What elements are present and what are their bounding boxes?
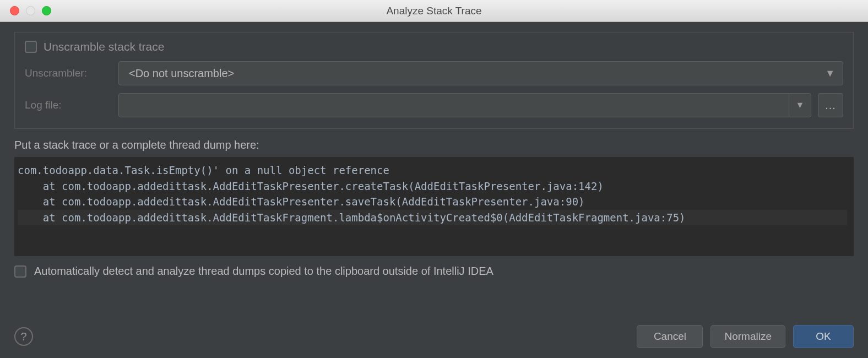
stack-trace-line: at com.todoapp.addedittask.AddEditTaskPr… — [18, 196, 585, 208]
stack-trace-line: at com.todoapp.addedittask.AddEditTaskPr… — [18, 180, 604, 192]
dialog-buttons: Cancel Normalize OK — [637, 325, 854, 348]
minimize-window-button[interactable] — [26, 6, 35, 15]
unscrambler-dropdown[interactable]: <Do not unscramble> ▼ — [118, 61, 843, 85]
auto-detect-checkbox[interactable] — [14, 265, 26, 278]
chevron-down-icon: ▼ — [796, 100, 805, 110]
stack-trace-line: at com.todoapp.addedittask.AddEditTaskFr… — [18, 210, 847, 226]
dialog-footer: ? Cancel Normalize OK — [14, 314, 854, 348]
logfile-field[interactable]: ▼ — [118, 93, 811, 117]
cancel-button[interactable]: Cancel — [637, 325, 703, 348]
ellipsis-icon: ... — [825, 99, 836, 112]
stack-trace-instruction: Put a stack trace or a complete thread d… — [14, 139, 854, 151]
titlebar: Analyze Stack Trace — [0, 0, 868, 22]
auto-detect-label: Automatically detect and analyze thread … — [34, 265, 493, 278]
logfile-history-button[interactable]: ▼ — [789, 94, 811, 117]
traffic-lights — [10, 6, 51, 15]
logfile-input[interactable] — [119, 94, 789, 117]
stack-trace-line: com.todoapp.data.Task.isEmpty()' on a nu… — [18, 164, 389, 176]
zoom-window-button[interactable] — [42, 6, 51, 15]
unscramble-checkbox[interactable] — [25, 41, 37, 53]
unscrambler-label: Unscrambler: — [25, 67, 118, 79]
normalize-button[interactable]: Normalize — [710, 325, 785, 348]
window-title: Analyze Stack Trace — [0, 5, 868, 17]
dialog-content: Unscramble stack trace Unscrambler: <Do … — [0, 22, 868, 358]
close-window-button[interactable] — [10, 6, 19, 15]
browse-button[interactable]: ... — [818, 93, 843, 117]
ok-button[interactable]: OK — [793, 325, 854, 348]
chevron-down-icon: ▼ — [825, 68, 835, 79]
stack-trace-textarea[interactable]: com.todoapp.data.Task.isEmpty()' on a nu… — [14, 157, 854, 256]
unscrambler-value: <Do not unscramble> — [129, 67, 234, 80]
options-panel: Unscramble stack trace Unscrambler: <Do … — [14, 32, 854, 129]
logfile-label: Log file: — [25, 99, 118, 111]
help-icon: ? — [20, 330, 26, 343]
help-button[interactable]: ? — [14, 327, 33, 346]
unscramble-checkbox-label: Unscramble stack trace — [44, 40, 164, 53]
